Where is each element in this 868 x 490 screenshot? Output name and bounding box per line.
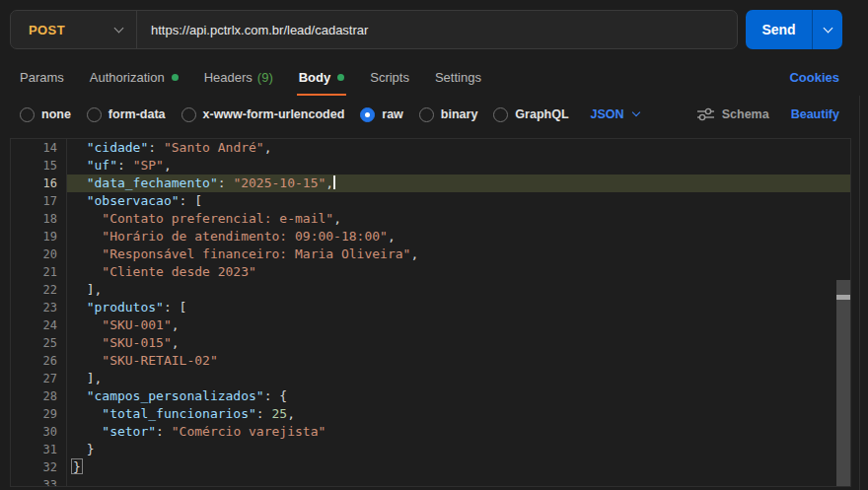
line-number: 21 — [11, 263, 67, 281]
radio-icon — [493, 107, 508, 122]
method-label: POST — [29, 23, 65, 37]
vertical-scrollbar-thumb[interactable] — [836, 280, 850, 487]
raw-language-dropdown[interactable]: JSON — [591, 107, 639, 121]
code-lines: 14 "cidade": "Santo André",15 "uf": "SP"… — [11, 139, 850, 487]
tab-settings[interactable]: Settings — [435, 59, 481, 96]
code-line[interactable]: 29 "total_funcionarios": 25, — [11, 405, 850, 423]
body-type-x-www-form-urlencoded[interactable]: x-www-form-urlencoded — [181, 107, 345, 122]
code-line[interactable]: 33 — [11, 476, 850, 487]
tab-count-badge: (9) — [257, 70, 273, 85]
body-type-GraphQL[interactable]: GraphQL — [493, 107, 568, 122]
code-line[interactable]: 15 "uf": "SP", — [11, 157, 850, 175]
code-line[interactable]: 22 ], — [11, 281, 850, 299]
code-line[interactable]: 16 "data_fechamento": "2025-10-15", — [11, 175, 850, 192]
line-number: 24 — [11, 316, 67, 334]
code-line[interactable]: 18 "Contato preferencial: e-mail", — [11, 210, 850, 228]
line-number: 28 — [11, 387, 67, 405]
method-dropdown[interactable]: POST — [11, 11, 137, 48]
code-text: } — [67, 441, 850, 458]
code-text: ], — [67, 281, 850, 299]
code-text: "data_fechamento": "2025-10-15", — [67, 175, 850, 192]
status-dot-icon — [337, 74, 344, 81]
code-text: "total_funcionarios": 25, — [67, 405, 850, 423]
code-line[interactable]: 28 "campos_personalizados": { — [11, 387, 850, 405]
line-number: 18 — [11, 210, 67, 228]
send-button[interactable]: Send — [746, 10, 812, 49]
beautify-button[interactable]: Beautify — [791, 107, 839, 121]
radio-label: binary — [441, 107, 478, 121]
code-line[interactable]: 20 "Responsável financeiro: Maria Olivei… — [11, 245, 850, 263]
line-number: 17 — [11, 192, 67, 210]
radio-label: none — [41, 107, 71, 121]
radio-label: form-data — [108, 107, 166, 121]
code-text: "setor": "Comércio varejista" — [67, 423, 850, 441]
tab-authorization[interactable]: Authorization — [90, 59, 179, 96]
code-line[interactable]: 27 ], — [11, 370, 850, 387]
request-tabs: ParamsAuthorizationHeaders(9)BodyScripts… — [20, 59, 858, 96]
tab-label: Authorization — [90, 70, 165, 85]
url-input[interactable] — [137, 23, 737, 37]
body-options-right: Schema Beautify — [697, 97, 839, 132]
code-line[interactable]: 21 "Cliente desde 2023" — [11, 263, 850, 281]
cookies-link[interactable]: Cookies — [789, 59, 839, 96]
send-button-group: Send — [746, 10, 842, 49]
code-text: "SKU-RETAIL-02" — [67, 352, 850, 370]
chevron-down-icon — [631, 108, 639, 116]
tab-label: Params — [20, 70, 64, 85]
schema-toggle[interactable]: Schema — [697, 107, 769, 121]
code-text: "Contato preferencial: e-mail", — [67, 210, 850, 228]
radio-label: raw — [382, 107, 403, 121]
code-text: "Cliente desde 2023" — [67, 263, 850, 281]
radio-icon — [360, 107, 375, 122]
chevron-down-icon — [823, 23, 832, 33]
code-line[interactable]: 14 "cidade": "Santo André", — [11, 139, 850, 157]
request-url-bar: POST — [10, 10, 738, 49]
line-number: 19 — [11, 228, 67, 245]
body-type-none[interactable]: none — [20, 107, 71, 122]
line-number: 20 — [11, 245, 67, 263]
panel-divider — [859, 96, 860, 490]
line-number: 23 — [11, 299, 67, 316]
code-line[interactable]: 32} — [11, 458, 850, 476]
code-line[interactable]: 31 } — [11, 441, 850, 458]
tab-label: Scripts — [370, 70, 409, 85]
line-number: 32 — [11, 458, 67, 476]
line-number: 26 — [11, 352, 67, 370]
line-number: 27 — [11, 370, 67, 387]
code-text: "campos_personalizados": { — [67, 387, 850, 405]
send-options-button[interactable] — [812, 10, 842, 49]
tab-label: Settings — [435, 70, 481, 85]
tab-label: Headers — [204, 70, 253, 85]
sliders-icon — [697, 107, 714, 121]
radio-label: GraphQL — [515, 107, 568, 121]
code-text: "produtos": [ — [67, 299, 850, 316]
tab-scripts[interactable]: Scripts — [370, 59, 409, 96]
radio-icon — [20, 107, 35, 122]
line-number: 22 — [11, 281, 67, 299]
tab-params[interactable]: Params — [20, 59, 64, 96]
tab-body[interactable]: Body — [299, 59, 345, 96]
code-line[interactable]: 24 "SKU-001", — [11, 316, 850, 334]
code-line[interactable]: 23 "produtos": [ — [11, 299, 850, 316]
code-line[interactable]: 19 "Horário de atendimento: 09:00-18:00"… — [11, 228, 850, 245]
body-type-raw[interactable]: raw — [360, 107, 403, 122]
line-number: 29 — [11, 405, 67, 423]
scrollbar-position-marker — [836, 295, 850, 300]
code-line[interactable]: 25 "SKU-015", — [11, 334, 850, 352]
line-number: 25 — [11, 334, 67, 352]
language-label: JSON — [591, 107, 624, 121]
line-number: 14 — [11, 139, 67, 157]
radio-label: x-www-form-urlencoded — [203, 107, 345, 121]
code-line[interactable]: 30 "setor": "Comércio varejista" — [11, 423, 850, 441]
body-type-binary[interactable]: binary — [419, 107, 478, 122]
body-type-form-data[interactable]: form-data — [87, 107, 166, 122]
send-label: Send — [761, 22, 795, 37]
tab-headers[interactable]: Headers(9) — [204, 59, 273, 96]
code-text: ], — [67, 370, 850, 387]
code-text: "Responsável financeiro: Maria Oliveira"… — [67, 245, 850, 263]
code-text: "SKU-001", — [67, 316, 850, 334]
line-number: 16 — [11, 175, 67, 192]
code-line[interactable]: 26 "SKU-RETAIL-02" — [11, 352, 850, 370]
body-editor[interactable]: 14 "cidade": "Santo André",15 "uf": "SP"… — [10, 138, 851, 487]
code-line[interactable]: 17 "observacao": [ — [11, 192, 850, 210]
